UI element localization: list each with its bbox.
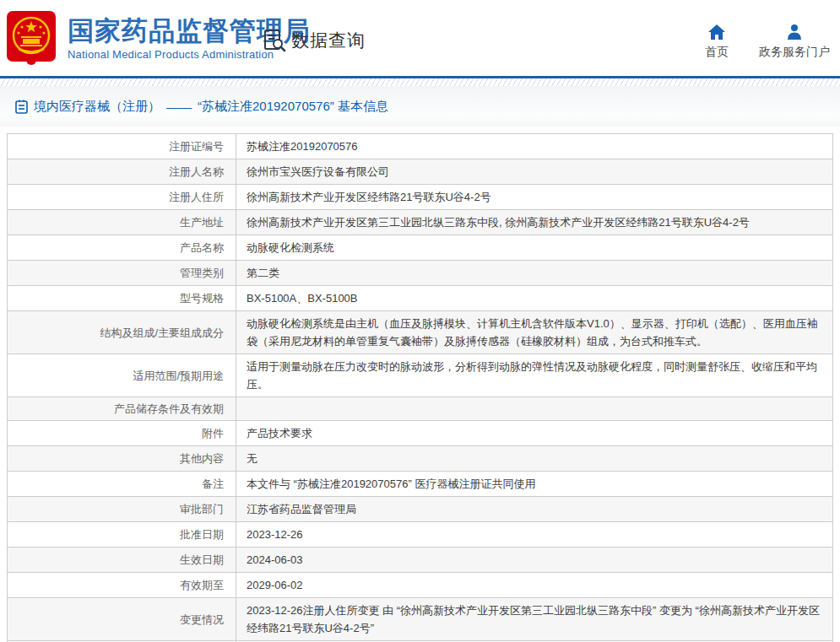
row-label: 附件	[8, 421, 236, 445]
nmpa-emblem-logo[interactable]	[7, 11, 57, 67]
data-query-section[interactable]: 数据查询	[262, 28, 366, 53]
breadcrumb: 境内医疗器械（注册） —— “苏械注准20192070576” 基本信息	[0, 86, 840, 127]
table-row: 型号规格 BX-5100A、BX-5100B	[8, 285, 832, 310]
table-row: 变更情况 2023-12-26注册人住所变更 由 “徐州高新技术产业开发区第三工…	[8, 597, 832, 640]
data-query-label: 数据查询	[291, 29, 366, 52]
nav-label-home: 首页	[705, 45, 729, 60]
row-value: 2023-12-26	[236, 522, 832, 547]
row-label: 型号规格	[8, 286, 236, 310]
row-label: 结构及组成/主要组成成分	[8, 311, 236, 353]
document-search-icon	[262, 28, 287, 53]
row-label: 适用范围/预期用途	[8, 354, 236, 397]
row-label: 产品名称	[8, 235, 236, 260]
breadcrumb-category: 境内医疗器械（注册）	[34, 99, 160, 115]
row-value: 动脉硬化检测系统	[236, 235, 832, 260]
row-label: 生效日期	[8, 548, 236, 572]
row-value: 徐州高新技术产业开发区经纬路21号联东U谷4-2号	[236, 185, 832, 209]
row-value: 产品技术要求	[236, 421, 832, 445]
row-value: 2029-06-02	[236, 573, 832, 597]
table-row: 生产地址 徐州高新技术产业开发区第三工业园北纵三路东中段, 徐州高新技术产业开发…	[8, 209, 832, 235]
row-value: 第二类	[236, 261, 832, 285]
table-row: 其他内容 无	[8, 445, 832, 471]
row-value: 江苏省药品监督管理局	[236, 497, 832, 521]
table-row: 有效期至 2029-06-02	[8, 572, 832, 597]
breadcrumb-page-title: “苏械注准20192070576” 基本信息	[198, 99, 388, 115]
row-label: 审批部门	[8, 497, 236, 521]
row-value: 适用于测量动脉在压力改变时的脉动波形，分析得到动脉的弹性情况及动脉硬化程度，同时…	[236, 354, 832, 397]
row-value: 2023-12-26注册人住所变更 由 “徐州高新技术产业开发区第三工业园北纵三…	[236, 598, 832, 640]
site-header: 国家药品监督管理局 National Medical Products Admi…	[0, 0, 840, 76]
nav-item-portal[interactable]: 政务服务门户	[759, 24, 830, 60]
row-value: 无	[236, 446, 832, 471]
table-row: 注册证编号 苏械注准20192070576	[8, 134, 832, 159]
table-row: 批准日期 2023-12-26	[8, 521, 832, 547]
table-row: 注册人住所 徐州高新技术产业开发区经纬路21号联东U谷4-2号	[8, 184, 832, 209]
row-value: 2024-06-03	[236, 548, 832, 572]
table-row: 管理类别 第二类	[8, 260, 832, 285]
table-row: 备注 本文件与 “苏械注准20192070576” 医疗器械注册证共同使用	[8, 471, 832, 496]
user-icon	[785, 24, 804, 40]
row-value: 动脉硬化检测系统是由主机（血压及脉搏模块、计算机主机含软件版本V1.0）、显示器…	[236, 311, 832, 353]
table-row: 产品储存条件及有效期	[8, 397, 832, 420]
row-label: 生产地址	[8, 210, 236, 235]
header-divider-hatch	[0, 78, 840, 86]
table-row: 结构及组成/主要组成成分 动脉硬化检测系统是由主机（血压及脉搏模块、计算机主机含…	[8, 310, 832, 353]
row-label: 管理类别	[8, 261, 236, 285]
row-label: 注册人名称	[8, 159, 236, 184]
row-label: 产品储存条件及有效期	[8, 397, 236, 420]
home-icon	[707, 24, 726, 40]
row-value	[236, 397, 832, 420]
breadcrumb-dash: ——	[166, 100, 192, 114]
row-value: BX-5100A、BX-5100B	[236, 286, 832, 310]
row-value: 徐州市宝兴医疗设备有限公司	[236, 159, 832, 184]
nav-item-home[interactable]: 首页	[705, 24, 729, 60]
row-label: 备注	[8, 472, 236, 496]
row-value: 本文件与 “苏械注准20192070576” 医疗器械注册证共同使用	[236, 472, 832, 496]
table-row: 生效日期 2024-06-03	[8, 547, 832, 572]
list-icon	[15, 100, 28, 114]
header-nav: 首页 政务服务门户	[705, 24, 830, 60]
row-label: 注册证编号	[8, 134, 236, 159]
row-label: 有效期至	[8, 573, 236, 597]
table-row: 审批部门 江苏省药品监督管理局	[8, 496, 832, 521]
registration-info-table: 注册证编号 苏械注准20192070576 注册人名称 徐州市宝兴医疗设备有限公…	[7, 133, 833, 642]
row-value: 徐州高新技术产业开发区第三工业园北纵三路东中段, 徐州高新技术产业开发区经纬路2…	[236, 210, 832, 235]
table-row: 注册人名称 徐州市宝兴医疗设备有限公司	[8, 159, 832, 184]
national-emblem-icon	[7, 11, 57, 67]
table-row: 附件 产品技术要求	[8, 420, 832, 445]
row-label: 批准日期	[8, 522, 236, 547]
row-label: 变更情况	[8, 598, 236, 640]
row-label: 其他内容	[8, 446, 236, 471]
row-value: 苏械注准20192070576	[236, 134, 832, 159]
table-row: 产品名称 动脉硬化检测系统	[8, 235, 832, 260]
table-row: 适用范围/预期用途 适用于测量动脉在压力改变时的脉动波形，分析得到动脉的弹性情况…	[8, 353, 832, 397]
row-label: 注册人住所	[8, 185, 236, 209]
nav-label-portal: 政务服务门户	[759, 45, 830, 60]
